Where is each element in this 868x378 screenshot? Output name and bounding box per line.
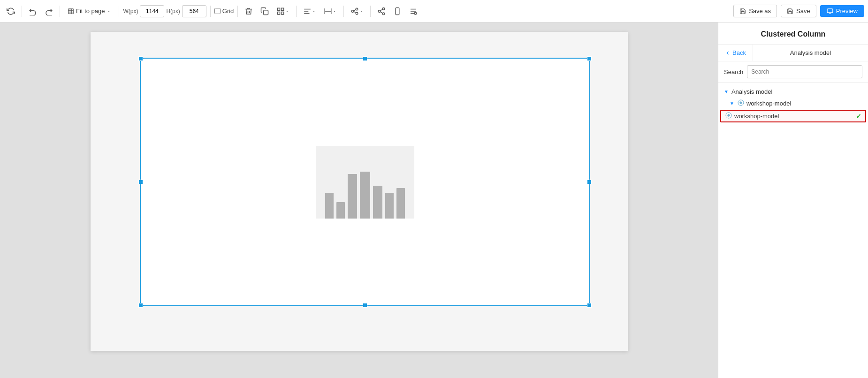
svg-rect-1 [264, 10, 268, 15]
sep6 [296, 6, 297, 17]
svg-rect-3 [282, 8, 284, 10]
svg-rect-5 [282, 12, 284, 14]
svg-point-13 [356, 8, 358, 10]
svg-point-14 [356, 12, 358, 15]
search-input[interactable] [747, 65, 862, 78]
panel-title: Clustered Column [718, 23, 868, 45]
chart-bar [325, 193, 334, 219]
align-button[interactable] [300, 5, 319, 17]
back-label: Back [732, 49, 746, 56]
grid-checkbox[interactable] [214, 8, 221, 14]
canvas-area[interactable] [0, 23, 718, 378]
svg-line-20 [381, 12, 383, 13]
distribute-button[interactable] [321, 5, 340, 17]
fit-to-page-button[interactable]: Fit to page [64, 6, 115, 16]
chart-bar [385, 193, 394, 219]
tree-root: ▼ Analysis model [718, 86, 868, 97]
svg-line-16 [354, 11, 356, 13]
svg-rect-2 [278, 8, 280, 10]
svg-rect-22 [396, 8, 400, 15]
tree-parent-label: workshop-model [746, 100, 862, 107]
svg-line-21 [381, 9, 383, 10]
svg-line-15 [354, 9, 356, 11]
delete-button[interactable] [242, 5, 256, 17]
chart-placeholder [316, 146, 414, 219]
svg-point-34 [728, 114, 730, 116]
sep2 [60, 6, 60, 17]
connect-button[interactable] [348, 5, 366, 17]
height-input[interactable] [182, 5, 206, 17]
search-label: Search [724, 68, 743, 76]
chart-bar [360, 172, 370, 219]
properties-button[interactable] [406, 5, 420, 17]
w-label: W(px) [123, 8, 138, 15]
save-label: Save [796, 8, 810, 15]
save-as-button[interactable]: Save as [733, 5, 777, 17]
grid-toggle[interactable]: Grid [214, 8, 234, 15]
preview-label: Preview [836, 8, 858, 15]
mobile-preview-button[interactable] [390, 5, 404, 17]
layout-button[interactable] [274, 5, 292, 17]
handle-mid-left[interactable] [138, 180, 143, 184]
tree-area: ▼ Analysis model ▼ workshop-model worksh… [718, 83, 868, 378]
chart-widget[interactable] [140, 58, 590, 306]
sep1 [22, 6, 22, 17]
sep5 [237, 6, 238, 17]
back-button[interactable]: Back [718, 45, 753, 61]
panel-nav: Back Analysis model [718, 45, 868, 61]
toolbar-right: Save as Save Preview [733, 5, 864, 17]
sep4 [210, 6, 211, 17]
chart-bar [373, 186, 382, 219]
grid-label: Grid [222, 8, 234, 15]
svg-point-19 [383, 13, 385, 15]
main-layout: Clustered Column Back Analysis model Sea… [0, 23, 868, 378]
svg-rect-4 [278, 12, 280, 14]
svg-point-12 [352, 10, 354, 12]
save-button[interactable]: Save [781, 5, 816, 17]
tree-root-label: Analysis model [731, 88, 772, 95]
toolbar: Fit to page W(px) H(px) Grid [0, 0, 868, 23]
handle-bot-center[interactable] [363, 303, 367, 308]
width-input[interactable] [140, 5, 164, 17]
check-icon: ✓ [856, 113, 861, 120]
tree-child-item[interactable]: workshop-model ✓ [720, 110, 866, 122]
handle-top-center[interactable] [363, 56, 367, 61]
redo-button[interactable] [42, 5, 56, 17]
undo-button[interactable] [26, 5, 40, 17]
svg-point-18 [379, 10, 381, 12]
sep7 [343, 6, 344, 17]
svg-point-32 [740, 102, 742, 104]
search-row: Search [718, 61, 868, 83]
copy-button[interactable] [258, 5, 272, 17]
svg-point-17 [383, 8, 385, 10]
handle-mid-right[interactable] [587, 180, 592, 184]
sep8 [370, 6, 371, 17]
chart-bar [336, 202, 345, 219]
tree-child-label: workshop-model [734, 113, 854, 120]
svg-point-27 [415, 12, 417, 15]
panel-nav-label: Analysis model [753, 45, 868, 61]
reload-button[interactable] [4, 5, 18, 17]
chart-bar [348, 174, 357, 219]
canvas-page [91, 32, 628, 351]
parent-expand-icon[interactable]: ▼ [730, 101, 734, 106]
height-group: H(px) [166, 5, 206, 17]
handle-bot-right[interactable] [587, 303, 592, 308]
sep3 [119, 6, 119, 17]
parent-model-icon [737, 99, 745, 108]
fit-to-page-label: Fit to page [76, 8, 105, 15]
child-model-icon [725, 112, 732, 121]
right-panel: Clustered Column Back Analysis model Sea… [718, 23, 868, 378]
preview-button[interactable]: Preview [820, 5, 864, 17]
share-button[interactable] [374, 5, 388, 17]
svg-rect-0 [69, 8, 74, 14]
handle-top-right[interactable] [587, 56, 592, 61]
chart-bar [396, 188, 405, 219]
width-group: W(px) [123, 5, 164, 17]
handle-top-left[interactable] [138, 56, 143, 61]
tree-parent-item[interactable]: ▼ workshop-model [718, 97, 868, 110]
svg-rect-28 [827, 8, 833, 12]
save-as-label: Save as [749, 8, 771, 15]
handle-bot-left[interactable] [138, 303, 143, 308]
root-expand-icon[interactable]: ▼ [724, 89, 729, 94]
